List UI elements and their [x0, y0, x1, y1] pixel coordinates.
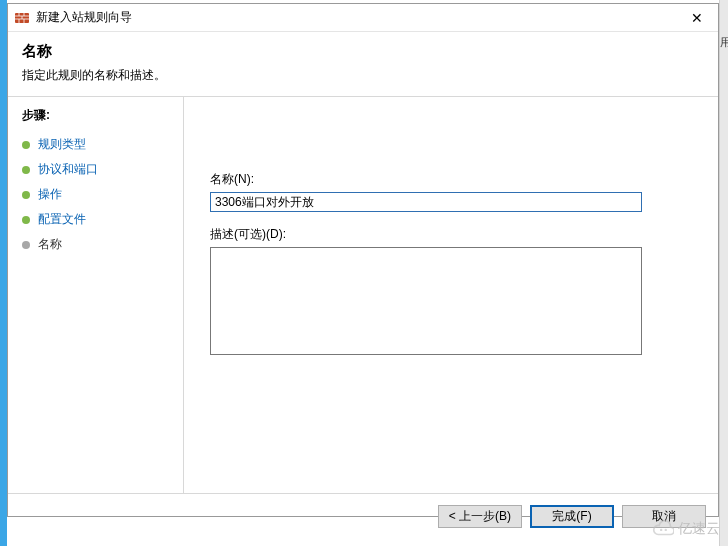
bullet-icon — [22, 216, 30, 224]
bullet-icon — [22, 241, 30, 249]
close-button[interactable]: ✕ — [676, 4, 718, 32]
description-field-group: 描述(可选)(D): — [210, 226, 690, 358]
steps-sidebar: 步骤: 规则类型 协议和端口 操作 配置文件 — [8, 97, 184, 493]
step-rule-type[interactable]: 规则类型 — [22, 132, 175, 157]
step-name: 名称 — [22, 232, 175, 257]
firewall-icon — [14, 10, 30, 26]
close-icon: ✕ — [691, 10, 703, 26]
page-description: 指定此规则的名称和描述。 — [22, 67, 704, 84]
wizard-footer: < 上一步(B) 完成(F) 取消 — [8, 493, 718, 539]
description-label: 描述(可选)(D): — [210, 226, 690, 243]
step-profile[interactable]: 配置文件 — [22, 207, 175, 232]
titlebar: 新建入站规则向导 ✕ — [8, 4, 718, 32]
step-link[interactable]: 协议和端口 — [38, 161, 98, 178]
bullet-icon — [22, 166, 30, 174]
right-strip-char: 用 — [720, 36, 728, 48]
step-protocol-ports[interactable]: 协议和端口 — [22, 157, 175, 182]
name-label: 名称(N): — [210, 171, 690, 188]
step-link[interactable]: 操作 — [38, 186, 62, 203]
cancel-button[interactable]: 取消 — [622, 505, 706, 528]
wizard-body: 步骤: 规则类型 协议和端口 操作 配置文件 — [8, 96, 718, 493]
background-right-strip: 用 — [719, 0, 728, 546]
wizard-main-panel: 名称(N): 描述(可选)(D): — [184, 97, 718, 493]
step-link[interactable]: 规则类型 — [38, 136, 86, 153]
back-button[interactable]: < 上一步(B) — [438, 505, 522, 528]
name-input[interactable] — [210, 192, 642, 212]
window-title: 新建入站规则向导 — [36, 9, 676, 26]
name-field-group: 名称(N): — [210, 171, 690, 212]
step-label-current: 名称 — [38, 236, 62, 253]
steps-heading: 步骤: — [22, 107, 175, 124]
wizard-dialog: 新建入站规则向导 ✕ 名称 指定此规则的名称和描述。 步骤: 规则类型 协议和端… — [7, 3, 719, 517]
finish-button[interactable]: 完成(F) — [530, 505, 614, 528]
steps-list: 规则类型 协议和端口 操作 配置文件 名称 — [22, 132, 175, 257]
step-link[interactable]: 配置文件 — [38, 211, 86, 228]
description-textarea[interactable] — [210, 247, 642, 355]
background-left-strip — [0, 0, 7, 546]
bullet-icon — [22, 191, 30, 199]
bullet-icon — [22, 141, 30, 149]
wizard-header: 名称 指定此规则的名称和描述。 — [8, 32, 718, 96]
page-title: 名称 — [22, 42, 704, 61]
step-action[interactable]: 操作 — [22, 182, 175, 207]
